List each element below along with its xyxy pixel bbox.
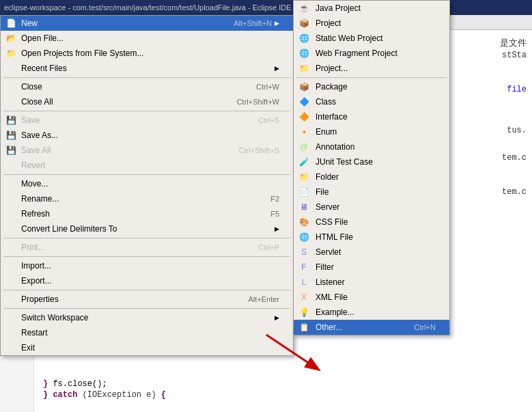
file-menu-dropdown: 📄 New Alt+Shift+N ▶ 📂 Open File... 📁 Ope… — [0, 15, 294, 356]
menu-item-recent-files[interactable]: Recent Files ▶ — [1, 61, 293, 76]
submenu-filter[interactable]: F Filter — [294, 260, 449, 275]
submenu-other[interactable]: 📋 Other... Ctrl+N — [294, 320, 449, 335]
code-tem2: tem.c — [502, 187, 527, 197]
menu-item-close[interactable]: Close Ctrl+W — [1, 79, 293, 94]
close-all-icon — [5, 96, 17, 108]
separator-6 — [3, 290, 290, 290]
rename-icon — [5, 193, 17, 205]
separator-7 — [3, 308, 290, 309]
separator-3 — [3, 174, 290, 175]
annotation-icon: @ — [298, 141, 310, 153]
open-file-icon: 📂 — [5, 32, 17, 44]
server-icon: 🖥 — [298, 201, 310, 213]
menu-item-import[interactable]: Import... — [1, 258, 293, 273]
menu-item-save-all[interactable]: 💾 Save All Ctrl+Shift+S — [1, 143, 293, 158]
project-icon: 📦 — [298, 17, 310, 29]
menu-item-print[interactable]: Print... Ctrl+P — [1, 240, 293, 255]
submenu-static-web[interactable]: 🌐 Static Web Project — [294, 31, 449, 46]
convert-arrow-icon: ▶ — [275, 225, 279, 232]
menu-item-close-all[interactable]: Close All Ctrl+Shift+W — [1, 94, 293, 109]
open-projects-icon: 📁 — [5, 47, 17, 59]
submenu-listener[interactable]: L Listener — [294, 275, 449, 290]
xml-icon: X — [298, 291, 310, 303]
submenu-interface[interactable]: 🔶 Interface — [294, 109, 449, 124]
menu-item-properties[interactable]: Properties Alt+Enter — [1, 292, 293, 307]
save-all-icon: 💾 — [5, 144, 17, 156]
separator-2 — [3, 111, 290, 111]
separator-1 — [3, 77, 290, 78]
menu-item-save-as[interactable]: 💾 Save As... — [1, 128, 293, 143]
refresh-icon — [5, 208, 17, 220]
submenu-project-dots[interactable]: 📁 Project... — [294, 61, 449, 76]
submenu-class[interactable]: 🔷 Class — [294, 94, 449, 109]
submenu-server[interactable]: 🖥 Server — [294, 200, 449, 215]
switch-workspace-icon — [5, 312, 17, 324]
title-text: eclipse-workspace - com.test/src/main/ja… — [4, 3, 292, 12]
sub-separator-1 — [296, 77, 447, 78]
submenu-annotation[interactable]: @ Annotation — [294, 139, 449, 154]
static-web-icon: 🌐 — [298, 32, 310, 44]
menu-item-exit[interactable]: Exit — [1, 340, 293, 355]
print-icon — [5, 241, 17, 253]
menu-item-refresh[interactable]: Refresh F5 — [1, 206, 293, 221]
code-tus: tus. — [507, 126, 527, 135]
menu-item-convert-line[interactable]: Convert Line Delimiters To ▶ — [1, 221, 293, 236]
submenu-example[interactable]: 💡 Example... — [294, 305, 449, 320]
menu-item-move[interactable]: Move... — [1, 176, 293, 191]
new-icon: 📄 — [5, 17, 17, 29]
package-icon: 📦 — [298, 81, 310, 93]
menu-item-revert[interactable]: Revert — [1, 158, 293, 173]
code-ststa: stSta — [502, 51, 527, 60]
class-icon: 🔷 — [298, 96, 310, 108]
move-icon — [5, 178, 17, 190]
css-icon: 🎨 — [298, 216, 310, 228]
java-project-icon: ☕ — [298, 2, 310, 14]
convert-icon — [5, 223, 17, 235]
interface-icon: 🔶 — [298, 111, 310, 123]
listener-icon: L — [298, 276, 310, 288]
submenu-css-file[interactable]: 🎨 CSS File — [294, 215, 449, 230]
example-icon: 💡 — [298, 306, 310, 318]
junit-icon: 🧪 — [298, 156, 310, 168]
submenu-package[interactable]: 📦 Package — [294, 79, 449, 94]
catch-line: } catch (IOException e) { — [38, 387, 532, 402]
submenu-html-file[interactable]: 🌐 HTML File — [294, 230, 449, 245]
switch-arrow-icon: ▶ — [275, 314, 279, 321]
title-bar: eclipse-workspace - com.test/src/main/ja… — [0, 0, 532, 15]
menu-item-open-projects[interactable]: 📁 Open Projects from File System... — [1, 46, 293, 61]
submenu-xml-file[interactable]: X XML File — [294, 290, 449, 305]
save-as-icon: 💾 — [5, 129, 17, 141]
properties-icon — [5, 293, 17, 305]
revert-icon — [5, 159, 17, 171]
menu-item-open-file[interactable]: 📂 Open File... — [1, 31, 293, 46]
menu-item-new[interactable]: 📄 New Alt+Shift+N ▶ — [1, 16, 293, 31]
submenu-project[interactable]: 📦 Project — [294, 16, 449, 31]
recent-icon — [5, 62, 17, 74]
menu-item-switch-workspace[interactable]: Switch Workspace ▶ — [1, 310, 293, 325]
menu-item-save[interactable]: 💾 Save Ctrl+S — [1, 113, 293, 128]
new-arrow-icon: ▶ — [275, 20, 279, 27]
submenu-servlet[interactable]: S Servlet — [294, 245, 449, 260]
submenu-web-fragment[interactable]: 🌐 Web Fragment Project — [294, 46, 449, 61]
submenu-java-project[interactable]: ☕ Java Project — [294, 1, 449, 16]
project-dots-icon: 📁 — [298, 62, 310, 74]
close-icon — [5, 81, 17, 93]
code-file: file — [507, 85, 527, 94]
web-fragment-icon: 🌐 — [298, 47, 310, 59]
submenu-folder[interactable]: 📁 Folder — [294, 169, 449, 184]
folder-icon: 📁 — [298, 171, 310, 183]
restart-icon — [5, 327, 17, 339]
html-icon: 🌐 — [298, 231, 310, 243]
submenu-enum[interactable]: 🔸 Enum — [294, 124, 449, 139]
enum-icon: 🔸 — [298, 126, 310, 138]
submenu-file[interactable]: 📄 File — [294, 184, 449, 200]
menu-item-restart[interactable]: Restart — [1, 325, 293, 340]
export-icon — [5, 275, 17, 287]
save-icon: 💾 — [5, 114, 17, 126]
menu-item-rename[interactable]: Rename... F2 — [1, 191, 293, 206]
submenu-junit[interactable]: 🧪 JUnit Test Case — [294, 154, 449, 169]
other-icon: 📋 — [298, 321, 310, 333]
filter-icon: F — [298, 261, 310, 273]
separator-4 — [3, 238, 290, 238]
menu-item-export[interactable]: Export... — [1, 273, 293, 288]
